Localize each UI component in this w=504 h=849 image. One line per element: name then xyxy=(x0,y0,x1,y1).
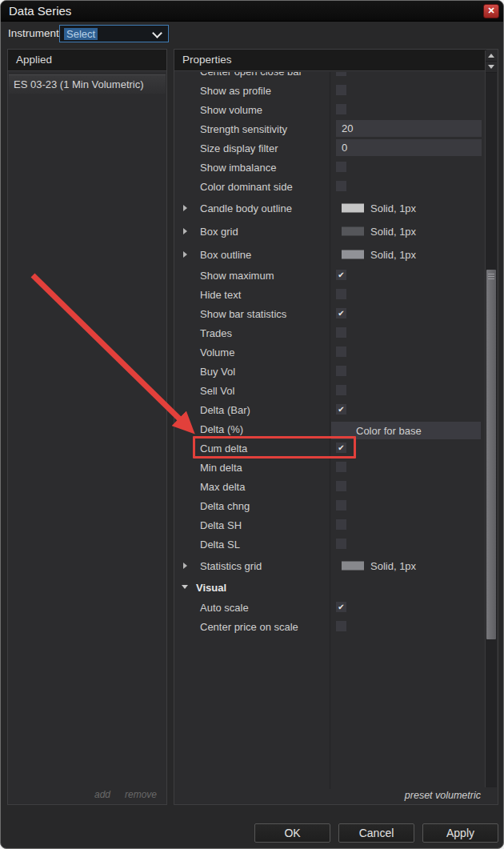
property-label-center-open-close-bar: Center open close bar xyxy=(200,72,302,78)
property-label-show-bar-statistics: Show bar statistics xyxy=(200,308,286,320)
line-style-value: Solid, 1px xyxy=(370,202,416,214)
close-button[interactable]: ✕ xyxy=(483,4,499,18)
screenshot-stage: Data Series ✕ Instrument Select Applied … xyxy=(0,0,504,849)
checkbox-sell-vol[interactable] xyxy=(336,385,346,395)
property-row-size-display-filter[interactable]: Size display filter0 xyxy=(175,138,486,158)
checkbox-delta-bar[interactable]: ✔ xyxy=(336,404,346,414)
input-size-display-filter[interactable]: 0 xyxy=(336,139,482,156)
property-row-show-as-profile[interactable]: Show as profile xyxy=(175,81,486,100)
cancel-button[interactable]: Cancel xyxy=(338,823,414,843)
properties-header: Properties xyxy=(174,50,486,71)
property-label-color-for-base: Color for base xyxy=(356,425,422,437)
properties-grid: Center open close barShow as profileShow… xyxy=(175,72,486,789)
expander-icon[interactable] xyxy=(183,205,187,211)
title-bar: Data Series ✕ xyxy=(1,1,503,22)
property-row-min-delta[interactable]: Min delta xyxy=(175,458,486,477)
property-row-show-volume[interactable]: Show volume xyxy=(175,100,486,119)
property-row-visual[interactable]: Visual xyxy=(175,577,486,598)
properties-panel: Properties Center open close barShow as … xyxy=(174,49,498,805)
line-style-box-grid[interactable]: Solid, 1px xyxy=(342,225,416,237)
property-row-volume[interactable]: Volume xyxy=(175,342,486,362)
property-row-show-imbalance[interactable]: Show imbalance xyxy=(175,158,486,177)
instrument-select[interactable]: Select xyxy=(59,25,169,42)
instrument-selected-value: Select xyxy=(64,28,98,40)
checkbox-show-volume[interactable] xyxy=(336,104,346,114)
checkbox-max-delta[interactable] xyxy=(336,481,346,491)
checkbox-delta-sl[interactable] xyxy=(336,539,346,549)
checkbox-buy-vol[interactable] xyxy=(336,366,346,376)
property-row-center-open-close-bar[interactable]: Center open close bar xyxy=(175,72,486,81)
triangle-down-icon xyxy=(488,65,494,69)
remove-link[interactable]: remove xyxy=(125,789,157,800)
apply-button[interactable]: Apply xyxy=(422,823,498,843)
checkbox-min-delta[interactable] xyxy=(336,462,346,472)
property-row-delta-sl[interactable]: Delta SL xyxy=(175,535,486,554)
property-row-box-outline[interactable]: Box outlineSolid, 1px xyxy=(175,242,486,266)
properties-scrollbar[interactable] xyxy=(485,50,497,787)
property-row-buy-vol[interactable]: Buy Vol xyxy=(175,362,486,381)
property-row-color-for-base[interactable]: Color for baseYellow xyxy=(331,422,481,439)
line-style-box-outline[interactable]: Solid, 1px xyxy=(342,248,416,260)
preset-link[interactable]: preset volumetric xyxy=(405,790,481,801)
collapse-icon[interactable] xyxy=(182,585,188,589)
checkbox-auto-scale[interactable]: ✔ xyxy=(336,602,346,612)
line-style-value: Solid, 1px xyxy=(370,559,416,571)
property-row-delta-bar[interactable]: Delta (Bar)✔ xyxy=(175,400,486,419)
add-link[interactable]: add xyxy=(94,789,110,800)
expander-icon[interactable] xyxy=(183,563,187,569)
checkbox-trades[interactable] xyxy=(336,327,346,338)
checkbox-cum-delta[interactable]: ✔ xyxy=(336,443,346,453)
checkbox-delta-sh[interactable] xyxy=(336,519,346,530)
property-label-delta-pct: Delta (%) xyxy=(200,423,243,435)
property-row-box-grid[interactable]: Box gridSolid, 1px xyxy=(175,219,486,242)
line-style-statistics-grid[interactable]: Solid, 1px xyxy=(342,559,416,571)
property-row-delta-sh[interactable]: Delta SH xyxy=(175,515,486,535)
property-label-show-maximum: Show maximum xyxy=(200,270,274,282)
property-row-hide-text[interactable]: Hide text xyxy=(175,285,486,304)
property-label-hide-text: Hide text xyxy=(200,289,241,301)
property-label-delta-sh: Delta SH xyxy=(200,519,242,531)
checkbox-show-bar-statistics[interactable]: ✔ xyxy=(336,308,346,318)
property-row-auto-scale[interactable]: Auto scale✔ xyxy=(175,598,486,617)
checkbox-delta-chng[interactable] xyxy=(336,500,346,511)
property-row-show-bar-statistics[interactable]: Show bar statistics✔ xyxy=(175,304,486,323)
expander-icon[interactable] xyxy=(183,228,187,234)
property-label-show-volume: Show volume xyxy=(200,104,262,116)
property-row-strength-sensitivity[interactable]: Strength sensitivity20 xyxy=(175,119,486,138)
checkbox-volume[interactable] xyxy=(336,346,346,357)
expander-icon[interactable] xyxy=(183,251,187,258)
checkbox-center-open-close-bar[interactable] xyxy=(336,72,346,76)
property-label-max-delta: Max delta xyxy=(200,481,245,493)
chevron-down-icon xyxy=(152,28,162,38)
line-style-candle-body-outline[interactable]: Solid, 1px xyxy=(342,202,416,214)
checkbox-show-as-profile[interactable] xyxy=(336,85,346,95)
triangle-up-icon xyxy=(488,54,494,58)
property-row-sell-vol[interactable]: Sell Vol xyxy=(175,381,486,400)
ok-button[interactable]: OK xyxy=(254,823,330,843)
property-row-center-price-on-scale[interactable]: Center price on scale xyxy=(175,617,486,636)
property-row-show-maximum[interactable]: Show maximum✔ xyxy=(175,266,486,285)
scrollbar-thumb[interactable] xyxy=(486,270,496,639)
property-row-cum-delta[interactable]: Cum delta✔ xyxy=(175,439,486,458)
applied-footer-links: addremove xyxy=(80,789,157,800)
scrollbar-grip-icon xyxy=(488,274,494,281)
checkbox-show-imbalance[interactable] xyxy=(336,162,346,172)
property-row-delta-chng[interactable]: Delta chng xyxy=(175,496,486,515)
property-label-candle-body-outline: Candle body outline xyxy=(200,202,292,214)
scroll-down-button[interactable] xyxy=(486,62,497,73)
data-series-dialog: Data Series ✕ Instrument Select Applied … xyxy=(0,0,504,849)
line-style-value: Solid, 1px xyxy=(370,248,416,260)
property-row-max-delta[interactable]: Max delta xyxy=(175,477,486,496)
checkbox-show-maximum[interactable]: ✔ xyxy=(336,270,346,280)
checkbox-hide-text[interactable] xyxy=(336,289,346,299)
property-label-sell-vol: Sell Vol xyxy=(200,385,234,397)
property-row-statistics-grid[interactable]: Statistics gridSolid, 1px xyxy=(175,554,486,577)
property-row-candle-body-outline[interactable]: Candle body outlineSolid, 1px xyxy=(175,196,486,219)
property-row-color-dominant-side[interactable]: Color dominant side xyxy=(175,177,486,196)
checkbox-color-dominant-side[interactable] xyxy=(336,181,346,191)
checkbox-center-price-on-scale[interactable] xyxy=(336,621,346,631)
applied-series-item[interactable]: ES 03-23 (1 Min Volumetric) xyxy=(9,74,166,94)
property-row-trades[interactable]: Trades xyxy=(175,323,486,342)
scroll-up-button[interactable] xyxy=(486,50,497,62)
input-strength-sensitivity[interactable]: 20 xyxy=(336,120,482,137)
